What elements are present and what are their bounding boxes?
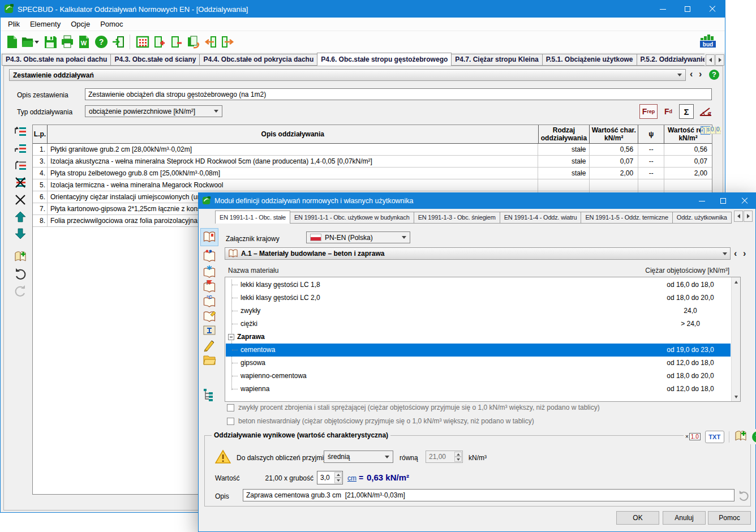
ok-button[interactable]: OK	[616, 511, 659, 525]
prev-set-icon[interactable]: ‹	[690, 69, 693, 79]
density-spinner[interactable]: 21,00	[426, 451, 463, 463]
undo-icon[interactable]	[14, 267, 27, 280]
tab-scroll-left-icon[interactable]	[734, 211, 743, 222]
main-tab[interactable]: P.5.2. Oddziaływanie wóz	[637, 54, 705, 66]
section-header-bar[interactable]: A.1 – Materiały budowlane – beton i zapr…	[225, 247, 731, 260]
fd-button[interactable]: Fd	[661, 104, 676, 119]
opis-zestawienia-input[interactable]	[85, 88, 712, 100]
summary-header-bar[interactable]: Zestawienie oddziaływań	[9, 69, 686, 81]
delete-row-icon[interactable]	[14, 193, 27, 207]
spin-down-icon[interactable]	[454, 457, 462, 462]
close-icon[interactable]	[734, 193, 755, 209]
material-row[interactable]: lekki klasy gęstości LC 1,8 od 16,0 do 1…	[226, 278, 731, 291]
insert-row-above-icon[interactable]	[14, 125, 27, 139]
thickness-unit-link[interactable]: cm	[347, 474, 356, 482]
redo-icon[interactable]	[14, 284, 27, 297]
catalog-add-icon[interactable]	[734, 429, 748, 444]
sum-button[interactable]: Σ	[679, 104, 694, 119]
help-icon[interactable]: ?	[709, 70, 719, 80]
import-element-icon[interactable]	[203, 34, 218, 50]
txt-button[interactable]: TXT	[705, 431, 724, 443]
list-scrollbar[interactable]	[731, 277, 740, 401]
maximize-icon[interactable]	[675, 1, 700, 18]
next-section-icon[interactable]: ›	[743, 248, 746, 259]
spin-up-icon[interactable]	[334, 472, 342, 478]
table-row[interactable]: 1. Płytki granitowe grub.2 cm [28,00kN/m…	[33, 144, 712, 156]
remove-element-icon[interactable]	[169, 34, 184, 50]
maximize-icon[interactable]	[712, 193, 734, 209]
tab-obc-uzytkowe-icon[interactable]	[202, 248, 217, 263]
checkbox-row-fresh-concrete[interactable]: beton niestwardniały (ciężar objętościow…	[227, 417, 534, 425]
dialog-tab[interactable]: EN 1991-1-1 - Obc. stałe	[215, 211, 290, 224]
table-row[interactable]: 4. Płyta stropu żelbetowego grub.8 cm [2…	[33, 168, 712, 179]
close-icon[interactable]	[700, 1, 725, 18]
tab-otworz-icon[interactable]	[202, 353, 217, 367]
checkbox-icon[interactable]	[227, 418, 234, 425]
material-row[interactable]: zwykły 24,0	[226, 304, 731, 318]
tab-oddz-wiatru-icon[interactable]	[202, 279, 217, 294]
tab-scroll-right-icon[interactable]	[744, 211, 753, 222]
catalog-add-icon[interactable]	[14, 250, 27, 263]
tab-obc-sniegiem-icon[interactable]	[202, 264, 217, 279]
menu-item[interactable]: Opcje	[66, 18, 95, 30]
add-element-icon[interactable]	[152, 34, 167, 50]
minimize-icon[interactable]	[650, 1, 675, 18]
open-file-caret-icon[interactable]	[35, 41, 39, 44]
print-icon[interactable]	[59, 34, 75, 50]
tab-edycja-icon[interactable]	[202, 338, 217, 353]
tab-oddz-termiczne-icon[interactable]: °C	[202, 294, 217, 308]
result-opis-input[interactable]	[243, 489, 734, 501]
material-row[interactable]: Zaprawa	[226, 331, 731, 344]
menu-item[interactable]: Elementy	[25, 18, 66, 30]
prev-section-icon[interactable]: ‹	[734, 248, 737, 259]
elements-table-icon[interactable]	[135, 34, 151, 50]
collapse-icon[interactable]	[228, 334, 234, 340]
delete-all-rows-icon[interactable]	[14, 176, 27, 190]
scroll-down-icon[interactable]	[732, 392, 740, 401]
checkbox-row-reinforcement[interactable]: zwykły procent zbrojenia i stali sprężaj…	[227, 404, 600, 411]
spin-up-icon[interactable]	[454, 452, 462, 457]
material-row[interactable]: lekki klasy gęstości LC 2,0 od 18,0 do 2…	[226, 291, 731, 304]
main-tab[interactable]: P4.3. Obc.stałe na połaci dachu	[2, 54, 111, 66]
chevron-down-icon[interactable]	[677, 74, 682, 76]
frep-button[interactable]: Frep	[639, 104, 658, 119]
scale-button[interactable]: 1.0	[689, 433, 701, 440]
dialog-tab[interactable]: Oddz. użytkownika	[672, 212, 732, 224]
tab-materialy-icon[interactable]	[202, 323, 217, 338]
copy-element-icon[interactable]	[186, 34, 201, 50]
duplicate-row-icon[interactable]	[14, 159, 27, 173]
dialog-tab[interactable]: EN 1991-1-3 - Obc. śniegiem	[414, 212, 500, 224]
assume-select[interactable]: średnią	[324, 451, 393, 463]
new-file-icon[interactable]	[4, 34, 20, 50]
dialog-tab[interactable]: EN 1991-1-1 - Obc. użytkowe w budynkach	[290, 212, 414, 224]
main-tab[interactable]: P4.4. Obc.stałe od pokrycia dachu	[199, 54, 317, 66]
checkbox-icon[interactable]	[227, 404, 234, 411]
save-icon[interactable]	[42, 34, 58, 50]
export-word-icon[interactable]: W	[76, 34, 92, 50]
tab-obc-stale-icon[interactable]	[200, 228, 218, 246]
insert-row-icon[interactable]	[14, 142, 27, 156]
chevron-down-icon[interactable]	[723, 252, 727, 255]
main-tab[interactable]: P4.6. Obc.stałe stropu gęstożebrowego	[317, 53, 452, 66]
export-element-icon[interactable]	[220, 34, 235, 50]
help-button[interactable]: Pomoc	[708, 511, 751, 525]
dialog-tab[interactable]: EN 1991-1-4 - Oddz. wiatru	[500, 212, 582, 224]
tab-scroll-left-icon[interactable]	[706, 54, 715, 66]
material-row[interactable]: gipsowa od 12,0 do 18,0	[226, 357, 731, 370]
cancel-button[interactable]: Anuluj	[663, 511, 706, 525]
material-row[interactable]: cementowa od 19,0 do 23,0	[226, 344, 731, 357]
thickness-spinner[interactable]: 3,0	[317, 471, 343, 484]
spin-down-icon[interactable]	[334, 478, 342, 483]
main-tab[interactable]: P4.3. Obc.stałe od ściany	[110, 54, 200, 66]
open-file-icon[interactable]	[21, 34, 41, 50]
main-tab[interactable]: P4.7. Ciężar stropu Kleina	[451, 54, 542, 66]
angle-button[interactable]: α	[697, 104, 714, 119]
main-tab[interactable]: P.5.1. Obciążenie użytkowe	[542, 54, 637, 66]
more-button[interactable]: ...	[703, 128, 705, 134]
exit-icon[interactable]	[110, 34, 126, 50]
next-set-icon[interactable]: ›	[699, 69, 702, 79]
move-down-icon[interactable]	[14, 227, 27, 241]
typ-oddzialywania-select[interactable]: obciążenie powierzchniowe [kN/m²]	[85, 105, 222, 117]
menu-item[interactable]: Plik	[3, 18, 25, 30]
scroll-up-icon[interactable]	[732, 277, 740, 286]
